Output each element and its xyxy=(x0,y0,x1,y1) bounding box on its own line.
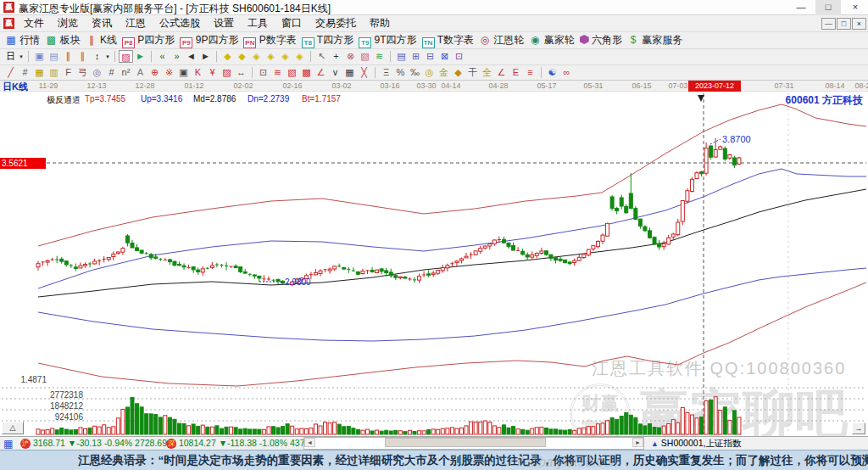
erase-icon[interactable]: ⊗ xyxy=(343,50,358,63)
gan-icon[interactable]: 干 xyxy=(465,66,480,79)
grid3-icon[interactable]: ▦ xyxy=(342,66,357,79)
box-tool-icon[interactable]: ▣ xyxy=(176,66,191,79)
gold-circle-icon[interactable]: ◎ xyxy=(422,66,437,79)
save-icon[interactable]: ⊠ xyxy=(437,50,452,63)
tri-lines-icon[interactable]: ≡ xyxy=(523,66,537,79)
toolbar-button-gann-wheel[interactable]: ◎ 江恩轮 xyxy=(479,32,524,48)
menu-窗口[interactable]: 窗口 xyxy=(275,15,309,31)
menu-文件[interactable]: 文件 xyxy=(17,15,51,31)
taiji-icon[interactable]: ☯ xyxy=(545,66,559,79)
fan-lines-icon[interactable]: ≋ xyxy=(270,66,285,79)
grid2-icon[interactable]: # xyxy=(104,66,119,79)
hatch-icon[interactable]: ▧ xyxy=(285,66,299,79)
toolbar-button-p-table[interactable]: PN P数字表 xyxy=(243,32,296,48)
maximize-button[interactable]: □ xyxy=(815,0,841,15)
toolbar-button-p-square[interactable]: P8 P四方形 xyxy=(122,32,175,48)
menu-江恩[interactable]: 江恩 xyxy=(119,15,153,31)
circle-icon[interactable]: ◎ xyxy=(90,66,104,79)
toolbar-button-winner-service[interactable]: $ 赢家服务 xyxy=(627,32,682,48)
angle-icon[interactable]: ∠ xyxy=(314,66,328,79)
keyboard-wizard-icon[interactable]: ▦ xyxy=(3,438,13,450)
period-day-dropdown[interactable]: 日 xyxy=(3,50,18,63)
wave-icon[interactable]: ≋ xyxy=(372,50,387,63)
toolbar-button-quotes[interactable]: ▦ 行情 xyxy=(5,32,40,48)
collapse-panel-button[interactable]: △ xyxy=(2,422,24,434)
menu-帮助[interactable]: 帮助 xyxy=(363,15,397,31)
expand-panel-button[interactable]: → xyxy=(852,422,865,434)
calculator-icon[interactable]: ⊞ xyxy=(409,50,423,63)
chart-scrollbar[interactable]: ◄ ► xyxy=(303,437,644,450)
chart-style-icon[interactable]: ▨ xyxy=(119,50,133,63)
last-bar-icon[interactable]: » xyxy=(170,50,184,63)
calendar-icon[interactable]: ▤ xyxy=(394,50,409,63)
gold-cols-icon[interactable]: ▥ xyxy=(47,66,61,79)
close-button[interactable]: × xyxy=(843,0,868,15)
gann-diamond-5-icon[interactable]: ◈ xyxy=(278,50,292,63)
menu-设置[interactable]: 设置 xyxy=(207,15,241,31)
chart-area[interactable]: 江恩工具软件 QQ:100800360 赢家聊吧 财赢 富家 极反通道Tp=3.… xyxy=(0,92,868,436)
toolbar-button-kline[interactable]: ∥ K线 xyxy=(86,32,117,48)
mesh-icon[interactable]: ▩ xyxy=(299,66,314,79)
play-flag-icon[interactable]: ► xyxy=(133,50,147,63)
menu-公式选股[interactable]: 公式选股 xyxy=(153,15,207,31)
scroll-left-button[interactable]: ◄ xyxy=(304,438,315,447)
angle-a-icon[interactable]: A xyxy=(133,66,147,79)
gold-grid-icon[interactable]: ▦ xyxy=(32,66,47,79)
toolbar-button-hexagon[interactable]: 六角形 xyxy=(580,32,622,48)
gann-diamond-2-icon[interactable]: ◆ xyxy=(235,50,249,63)
period-day-dropdown-dropdown[interactable]: ▾ xyxy=(18,50,25,63)
levels-icon[interactable]: Ξ xyxy=(379,66,393,79)
percent-icon[interactable]: % xyxy=(393,66,408,79)
fibonacci-icon[interactable]: F xyxy=(61,66,75,79)
quan-icon[interactable]: 全 xyxy=(480,66,494,79)
notes-icon[interactable]: ⊟ xyxy=(423,50,437,63)
menu-浏览[interactable]: 浏览 xyxy=(51,15,85,31)
next-bar-icon[interactable]: ► xyxy=(198,50,213,63)
trend-line-icon[interactable]: ╱ xyxy=(3,66,18,79)
grid-icon[interactable]: # xyxy=(18,66,32,79)
scale-dropdown-dropdown[interactable]: ▾ xyxy=(104,50,111,63)
shade-icon[interactable]: ▨ xyxy=(220,66,234,79)
toolbar-button-sectors[interactable]: ▩ 板块 xyxy=(45,32,80,48)
menu-资讯[interactable]: 资讯 xyxy=(85,15,119,31)
infinity-icon[interactable]: ∞ xyxy=(559,66,574,79)
cross-lines-icon[interactable]: ╳ xyxy=(357,66,371,79)
export-icon[interactable]: ⊡ xyxy=(452,50,466,63)
price-mark-icon[interactable]: ¥ xyxy=(205,66,220,79)
k-mark-icon[interactable]: K xyxy=(191,66,205,79)
gold-section-icon[interactable]: 金 xyxy=(437,66,451,79)
mdi-minimize-button[interactable]: — xyxy=(821,18,836,30)
toolbar-button-9p-square[interactable]: P9 9P四方形 xyxy=(180,32,238,48)
star-rays-icon[interactable]: ※ xyxy=(162,66,176,79)
scroll-right-button[interactable]: ► xyxy=(632,438,643,447)
mdi-close-button[interactable]: × xyxy=(852,18,866,30)
kline-red2-icon[interactable]: ∥ xyxy=(75,50,90,63)
scale-dropdown[interactable]: ↕ xyxy=(90,50,104,63)
angle2-icon[interactable]: ∠ xyxy=(494,66,509,79)
toolbar-button-winner-wheel[interactable]: ◉ 赢家轮 xyxy=(529,32,574,48)
gann-diamond-4-icon[interactable]: ◈ xyxy=(264,50,278,63)
minimize-button[interactable]: — xyxy=(788,0,814,15)
current-index-label[interactable]: ▲ SH000001,上证指数 xyxy=(651,437,741,450)
mdi-restore-button[interactable]: □ xyxy=(837,18,851,30)
e-lines-icon[interactable]: E xyxy=(509,66,523,79)
pointer-hand-icon[interactable]: ↖ xyxy=(314,50,329,63)
info-panel-icon[interactable]: ▤ xyxy=(47,50,61,63)
toolbar-button-9t-square[interactable]: T9 9T四方形 xyxy=(359,32,416,48)
scrollbar-thumb[interactable] xyxy=(385,438,546,447)
square-num-icon[interactable]: n² xyxy=(119,66,133,79)
menu-工具[interactable]: 工具 xyxy=(241,15,275,31)
ruler-icon[interactable]: ↔ xyxy=(234,66,248,79)
gann-diamond-6-icon[interactable]: ◈ xyxy=(292,50,307,63)
toolbar-button-t-table[interactable]: TN T数字表 xyxy=(422,32,474,48)
region-icon[interactable]: ⊡ xyxy=(256,66,270,79)
gann-diamond-3-icon[interactable]: ◈ xyxy=(249,50,264,63)
first-bar-icon[interactable]: « xyxy=(155,50,170,63)
gann-diamond-1-icon[interactable]: ◆ xyxy=(220,50,235,63)
kline-red-icon[interactable]: ∥ xyxy=(61,50,75,63)
stamp-icon[interactable]: ▧ xyxy=(358,50,372,63)
arc-icon[interactable]: 弓 xyxy=(75,66,90,79)
toolbar-button-t-square[interactable]: T8 T四方形 xyxy=(302,32,353,48)
menu-交易委托[interactable]: 交易委托 xyxy=(309,15,363,31)
diamond-tool-icon[interactable]: ◆ xyxy=(451,66,465,79)
